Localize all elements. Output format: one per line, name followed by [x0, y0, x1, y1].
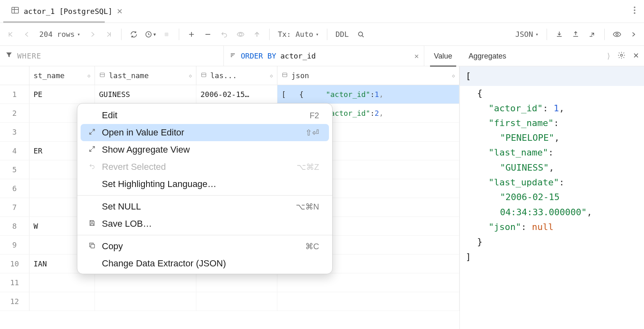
ctx-shortcut: ⌘C — [305, 241, 319, 251]
expand-icon — [87, 144, 97, 155]
toolbar-separator — [327, 29, 327, 40]
search-button[interactable] — [354, 27, 368, 42]
import-button[interactable] — [568, 27, 583, 42]
add-row-button[interactable] — [184, 27, 199, 42]
sort-icon[interactable]: ◇ — [452, 73, 455, 79]
tab-value[interactable]: Value — [428, 48, 459, 65]
orderby-filter[interactable]: ORDER BY actor_id ✕ — [224, 46, 424, 66]
cell-first-name[interactable] — [29, 292, 95, 311]
context-menu-separator — [77, 235, 332, 235]
tab-aggregates[interactable]: Aggregates — [462, 48, 513, 65]
refresh-button[interactable] — [126, 27, 141, 42]
copy-import-button[interactable] — [585, 27, 599, 42]
sort-icon[interactable]: ◇ — [88, 73, 90, 79]
ctx-label: Set Highlighting Language… — [102, 179, 216, 189]
prev-page-button[interactable] — [20, 27, 34, 42]
table-row[interactable]: 1PEGUINESS2006-02-15…[ { "actor_id": 1, — [0, 85, 459, 104]
ctx-show-aggregate[interactable]: Show Aggregate View — [81, 141, 329, 158]
table-row[interactable]: 11 — [0, 273, 459, 292]
ctx-label: Open in Value Editor — [102, 127, 184, 138]
export-format-label: JSON — [515, 30, 533, 38]
cell-first-name[interactable] — [29, 273, 95, 292]
where-placeholder: WHERE — [17, 52, 41, 60]
ctx-change-extractor[interactable]: Change Data Extractor (JSON) — [81, 255, 329, 272]
ctx-open-value-editor[interactable]: Open in Value Editor ⇧⏎ — [81, 124, 329, 141]
row-number: 4 — [0, 142, 29, 160]
cell-first-name[interactable]: PE — [29, 85, 95, 104]
undo-icon — [87, 162, 97, 172]
sort-icon[interactable]: ◇ — [270, 73, 273, 79]
stop-button[interactable] — [159, 27, 174, 42]
tab-more-menu[interactable] — [628, 6, 641, 17]
svg-rect-5 — [164, 32, 168, 36]
cell-last-name[interactable] — [95, 273, 196, 292]
content-area: st_name ◇ last_name ◇ las... ◇ — [0, 66, 644, 329]
column-header-last-update[interactable]: las... ◇ — [196, 66, 277, 85]
row-count-dropdown[interactable]: 204 rows ▾ — [36, 30, 83, 38]
view-mode-button[interactable] — [610, 27, 624, 42]
table-row[interactable]: 12 — [0, 292, 459, 311]
ddl-button[interactable]: DDL — [332, 30, 352, 38]
cell-json[interactable]: [ { "actor_id": 1, — [277, 85, 459, 104]
row-number: 11 — [0, 273, 29, 292]
scroll-indicator: ⟩ — [605, 52, 612, 61]
export-button[interactable] — [552, 27, 567, 42]
svg-point-9 — [621, 54, 623, 56]
row-number: 1 — [0, 85, 29, 104]
close-panel-icon[interactable]: ✕ — [631, 50, 641, 63]
column-header-last-name[interactable]: last_name ◇ — [95, 66, 196, 85]
next-page-button[interactable] — [85, 27, 100, 42]
value-json-viewer[interactable]: [ { "actor_id": 1, "first_name": "PENELO… — [460, 66, 644, 329]
value-panel: [ { "actor_id": 1, "first_name": "PENELO… — [460, 66, 644, 329]
revert-button[interactable] — [217, 27, 232, 42]
where-filter[interactable]: WHERE — [0, 46, 224, 66]
close-icon[interactable]: ✕ — [117, 7, 123, 16]
ctx-label: Set NULL — [102, 201, 141, 212]
gear-icon[interactable] — [616, 50, 627, 63]
rownum-header — [0, 66, 29, 85]
submit-button[interactable] — [250, 27, 264, 42]
sort-icon[interactable]: ◇ — [189, 73, 192, 79]
row-number: 5 — [0, 160, 29, 179]
table-icon — [11, 6, 20, 17]
cell-last-name[interactable]: GUINESS — [95, 85, 196, 104]
svg-point-2 — [634, 9, 635, 11]
ctx-highlight-language[interactable]: Set Highlighting Language… — [81, 176, 329, 193]
close-icon[interactable]: ✕ — [414, 52, 419, 60]
cell-last-update[interactable]: 2006-02-15… — [196, 85, 277, 104]
schedule-button[interactable]: ▾ — [143, 27, 158, 42]
cell-json[interactable] — [277, 273, 459, 292]
tx-mode-dropdown[interactable]: Tx: Auto ▾ — [275, 30, 322, 38]
cell-last-update[interactable] — [196, 273, 277, 292]
ctx-edit[interactable]: Edit F2 — [81, 107, 329, 124]
ctx-label: Copy — [102, 241, 123, 252]
grid-area: st_name ◇ last_name ◇ las... ◇ — [0, 66, 460, 329]
column-headers: st_name ◇ last_name ◇ las... ◇ — [0, 66, 459, 85]
export-format-dropdown[interactable]: JSON ▾ — [512, 30, 542, 38]
delete-row-button[interactable] — [200, 27, 215, 42]
col-label: st_name — [34, 71, 65, 80]
column-header-first-name[interactable]: st_name ◇ — [29, 66, 95, 85]
last-page-button[interactable] — [101, 27, 116, 42]
svg-rect-10 — [100, 73, 105, 77]
first-page-button[interactable] — [3, 27, 18, 42]
expand-button[interactable] — [626, 27, 641, 42]
toolbar: 204 rows ▾ ▾ Tx: Auto ▾ DDL JS — [0, 23, 644, 46]
json-key: "first_name" — [489, 118, 554, 128]
svg-rect-11 — [202, 73, 206, 77]
preview-changes-button[interactable] — [233, 27, 248, 42]
col-label: las... — [210, 71, 237, 80]
column-header-json[interactable]: json ◇ — [277, 66, 459, 85]
tab-actor1[interactable]: actor_1 [PostgreSQL] ✕ — [3, 0, 130, 23]
ctx-set-null[interactable]: Set NULL ⌥⌘N — [81, 198, 329, 215]
ctx-copy[interactable]: Copy ⌘C — [81, 238, 329, 255]
side-panel-actions: ✕ — [616, 50, 641, 63]
context-menu: Edit F2 Open in Value Editor ⇧⏎ Show Agg… — [77, 103, 333, 274]
ctx-save-lob[interactable]: Save LOB… — [81, 215, 329, 232]
svg-point-1 — [634, 7, 635, 8]
chevron-down-icon: ▾ — [536, 32, 538, 37]
cell-last-name[interactable] — [95, 292, 196, 311]
cell-json[interactable] — [277, 292, 459, 311]
cell-last-update[interactable] — [196, 292, 277, 311]
svg-rect-13 — [91, 244, 95, 248]
